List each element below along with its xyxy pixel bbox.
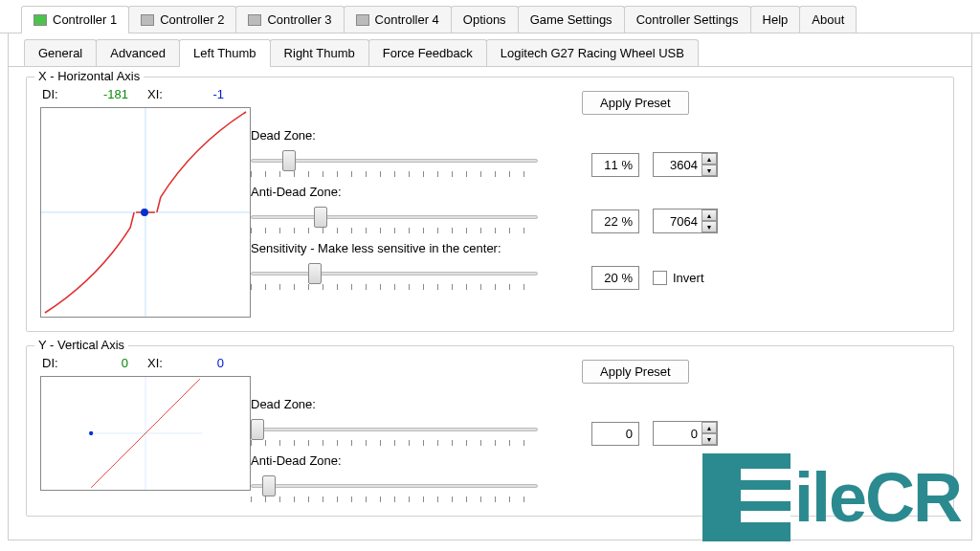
x-antideadzone-slider[interactable] — [251, 209, 538, 233]
spinner-down-icon[interactable]: ▼ — [702, 433, 717, 445]
y-deadzone-input[interactable] — [654, 422, 702, 445]
x-sensitivity-label: Sensitivity - Make less sensitive in the… — [251, 241, 940, 255]
spinner-up-icon[interactable]: ▲ — [702, 422, 717, 433]
checkbox-icon[interactable] — [653, 271, 667, 285]
x-deadzone-pct: 11 % — [591, 153, 639, 177]
main-tab-help[interactable]: Help — [750, 6, 801, 33]
x-antideadzone-spinner[interactable]: ▲ ▼ — [653, 209, 718, 233]
main-tab-game-settings[interactable]: Game Settings — [518, 6, 625, 33]
main-tab-controller-3[interactable]: Controller 3 — [235, 6, 344, 33]
x-invert-checkbox[interactable]: Invert — [653, 271, 704, 285]
y-deadzone-label: Dead Zone: — [251, 397, 940, 411]
di-label: DI: — [42, 87, 71, 101]
y-deadzone-slider[interactable] — [251, 421, 538, 446]
main-tab-controller-1[interactable]: Controller 1 — [21, 6, 129, 33]
x-axis-title: X - Horizontal Axis — [34, 69, 144, 83]
x-antideadzone-pct: 22 % — [591, 209, 639, 233]
sub-tab-force-feedback[interactable]: Force Feedback — [368, 39, 487, 66]
x-antideadzone-input[interactable] — [654, 209, 702, 232]
main-tab-controller-2[interactable]: Controller 2 — [128, 6, 236, 33]
sub-tab-bar: GeneralAdvancedLeft ThumbRight ThumbForc… — [9, 33, 971, 67]
y-deadzone-spinner[interactable]: ▲ ▼ — [653, 421, 718, 446]
xi-label: XI: — [147, 356, 176, 370]
di-label: DI: — [42, 356, 71, 370]
svg-point-3 — [141, 209, 148, 216]
sub-tab-general[interactable]: General — [24, 39, 97, 66]
spinner-down-icon[interactable]: ▼ — [702, 165, 717, 176]
tab-label: Help — [763, 12, 789, 27]
controller-led-icon — [141, 14, 154, 26]
x-axis-graph — [40, 107, 251, 318]
svg-point-6 — [89, 431, 93, 435]
sub-tab-right-thumb[interactable]: Right Thumb — [270, 39, 369, 66]
di-value: 0 — [71, 356, 128, 370]
x-antideadzone-label: Anti-Dead Zone: — [251, 185, 940, 199]
x-deadzone-input[interactable] — [654, 153, 702, 176]
tab-label: Controller 2 — [160, 12, 224, 27]
sub-tab-advanced[interactable]: Advanced — [96, 39, 180, 66]
tab-label: Controller Settings — [636, 12, 739, 27]
x-sensitivity-pct: 20 % — [591, 266, 639, 290]
x-apply-preset-button[interactable]: Apply Preset — [582, 91, 689, 115]
x-deadzone-slider[interactable] — [251, 152, 538, 177]
tab-label: Game Settings — [530, 12, 612, 27]
xi-value: 0 — [176, 356, 224, 370]
y-axis-title: Y - Vertical Axis — [34, 338, 128, 352]
x-invert-label: Invert — [673, 271, 704, 285]
main-tab-bar: Controller 1Controller 2Controller 3Cont… — [0, 0, 980, 33]
filecr-watermark: ileCR — [702, 453, 961, 541]
x-deadzone-label: Dead Zone: — [251, 128, 940, 143]
tab-label: Options — [463, 12, 506, 27]
controller-led-icon — [356, 14, 369, 26]
y-deadzone-pct: 0 — [591, 422, 639, 446]
tab-label: Controller 4 — [375, 12, 439, 27]
y-axis-graph — [40, 376, 251, 491]
y-antideadzone-slider[interactable] — [251, 477, 538, 502]
y-apply-preset-button[interactable]: Apply Preset — [582, 360, 689, 384]
x-di-xi-readout: DI: -181 XI: -1 — [40, 87, 251, 101]
tab-label: Controller 3 — [267, 12, 331, 27]
x-axis-group: X - Horizontal Axis DI: -181 XI: -1 — [26, 77, 954, 332]
sub-tab-left-thumb[interactable]: Left Thumb — [179, 39, 271, 67]
x-deadzone-spinner[interactable]: ▲ ▼ — [653, 152, 718, 177]
main-tab-controller-4[interactable]: Controller 4 — [344, 6, 452, 33]
spinner-up-icon[interactable]: ▲ — [702, 153, 717, 165]
main-tab-controller-settings[interactable]: Controller Settings — [624, 6, 751, 33]
di-value: -181 — [71, 87, 128, 101]
xi-label: XI: — [147, 87, 176, 101]
y-di-xi-readout: DI: 0 XI: 0 — [40, 356, 251, 370]
xi-value: -1 — [176, 87, 224, 101]
tab-label: Controller 1 — [53, 12, 117, 27]
controller-led-icon — [33, 14, 47, 26]
tab-label: About — [812, 12, 844, 27]
x-sensitivity-slider[interactable] — [251, 265, 538, 290]
main-tab-options[interactable]: Options — [451, 6, 519, 33]
spinner-down-icon[interactable]: ▼ — [702, 221, 717, 232]
spinner-up-icon[interactable]: ▲ — [702, 209, 717, 221]
main-tab-about[interactable]: About — [799, 6, 857, 33]
sub-tab-logitech-g27-racing-wheel-usb[interactable]: Logitech G27 Racing Wheel USB — [486, 39, 699, 66]
controller-led-icon — [248, 14, 261, 26]
